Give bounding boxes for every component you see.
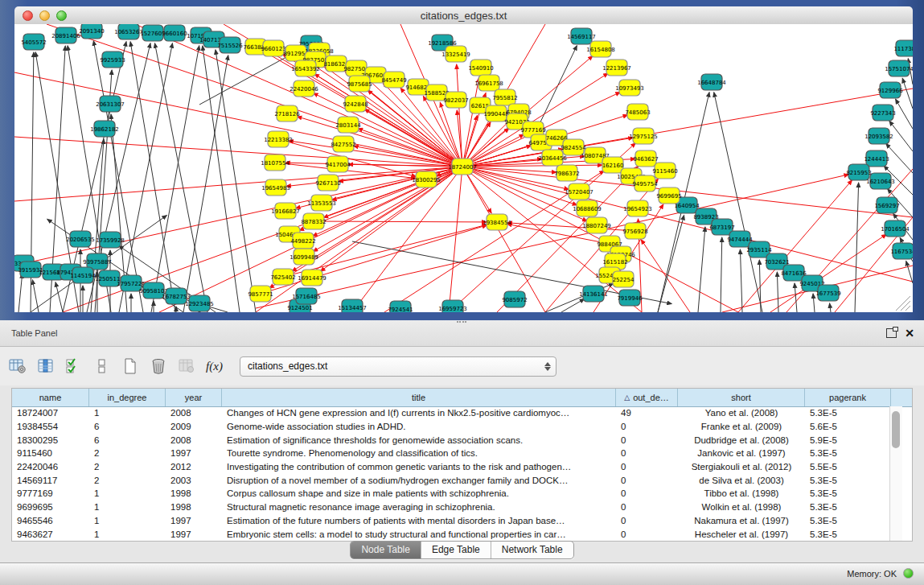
graph-node[interactable]: 12213383 [264,131,293,147]
table-mode-icon[interactable] [6,356,28,377]
citation-edge-black[interactable] [855,183,859,312]
table-row[interactable]: 1872400712008Changes of HCN gene express… [12,406,891,420]
table-cell[interactable]: 9115460 [12,448,89,458]
panel-resize-handle[interactable] [457,321,466,327]
graph-node[interactable]: 13325419 [441,46,470,62]
table-cell[interactable]: 1 [89,488,166,498]
table-cell[interactable]: 5.3E-5 [805,408,891,418]
table-cell[interactable]: 0 [616,488,678,498]
column-header-year[interactable]: year [166,389,222,406]
table-cell[interactable]: 2 [89,448,166,458]
graph-node[interactable]: 18724007 [448,159,477,175]
column-header-title[interactable]: title [222,389,616,406]
network-view[interactable]: 5405572208914062091340106532671527607966… [14,24,913,312]
graph-node[interactable]: 162160 [602,157,624,173]
table-cell[interactable]: 0 [616,462,678,472]
citation-edge-red[interactable] [14,137,462,167]
table-cell[interactable]: 0 [616,476,678,485]
table-cell[interactable]: 2 [89,476,166,485]
graph-node[interactable]: 16959723 [438,300,467,312]
graph-node[interactable]: 15716485 [292,288,321,304]
graph-node[interactable]: 7625402 [270,269,295,285]
graph-node[interactable]: 16543392 [291,60,320,76]
tab-network-table[interactable]: Network Table [491,542,573,558]
graph-node[interactable]: 16648784 [697,74,726,90]
graph-node[interactable]: 2803144 [335,117,361,133]
table-cell[interactable]: 2012 [166,462,222,472]
table-cell[interactable]: 2008 [166,408,222,418]
table-cell[interactable]: 9699695 [12,502,89,512]
graph-node[interactable]: 9115460 [652,163,677,179]
citation-edge-black[interactable] [155,43,208,312]
graph-node[interactable]: 19384554 [483,214,511,230]
table-cell[interactable]: 5.9E-5 [805,435,891,445]
table-cell[interactable]: 1998 [166,502,222,512]
select-columns-icon[interactable] [63,356,84,377]
window-resize-grip[interactable] [896,296,910,311]
table-cell[interactable]: 14569117 [12,476,89,485]
graph-node[interactable]: 16914479 [298,270,326,286]
tab-edge-table[interactable]: Edge Table [421,542,491,558]
table-cell[interactable]: 19384554 [12,422,89,431]
graph-node[interactable]: 1167534 [890,243,913,259]
table-cell[interactable]: Stergiakouli et al. (2012) [678,462,805,472]
graph-node[interactable]: 7955812 [492,89,517,105]
citation-edge-black[interactable] [721,237,722,312]
close-panel-icon[interactable]: ✕ [905,328,914,339]
table-cell[interactable]: 6 [89,435,166,445]
table-cell[interactable]: Structural magnetic resonance image aver… [222,502,616,512]
citation-edge-black[interactable] [830,303,831,312]
table-cell[interactable]: Embryonic stem cells: a model to study s… [222,529,616,539]
graph-node[interactable]: 1244413 [864,150,889,167]
graph-node[interactable]: 17359928 [96,232,125,248]
citation-edge-black[interactable] [777,272,778,312]
table-cell[interactable]: 2009 [166,422,222,431]
table-cell[interactable]: Yano et al. (2008) [678,408,805,418]
table-cell[interactable]: 5.3E-5 [805,516,891,525]
graph-node[interactable]: 9267130 [315,175,340,191]
table-cell[interactable]: Corpus callosum shape and size in male p… [222,488,616,498]
table-cell[interactable]: 1997 [166,529,222,539]
graph-node[interactable]: 19654983 [261,179,290,196]
table-cell[interactable]: Wolkin et al. (1998) [678,502,805,512]
graph-node[interactable]: 15134457 [338,299,367,312]
table-cell[interactable]: 1 [89,502,166,512]
graph-node[interactable]: 2091340 [79,24,104,39]
table-cell[interactable]: 5.3E-5 [805,448,891,458]
table-cell[interactable]: 5.3E-5 [805,529,891,539]
graph-node[interactable]: 9925933 [100,51,125,68]
column-header-out_de[interactable]: △out_de… [616,389,678,406]
graph-node[interactable]: 9875685 [347,76,372,92]
table-cell[interactable]: Genome-wide association studies in ADHD. [222,422,616,431]
scrollbar-thumb[interactable] [892,411,900,448]
table-cell[interactable]: Investigating the contribution of common… [222,462,616,472]
minimize-window-button[interactable] [39,10,50,21]
citation-edge-black[interactable] [698,227,705,312]
table-selector-dropdown[interactable]: citations_edges.txt [240,356,556,377]
graph-node[interactable]: 20891406 [51,27,80,43]
table-row[interactable]: 1830029562008Estimation of significance … [12,433,891,447]
citation-edge-black[interactable] [537,46,577,129]
table-row[interactable]: 2242004622012Investigating the contribut… [12,460,891,474]
close-window-button[interactable] [23,10,33,21]
show-columns-icon[interactable] [35,356,56,377]
graph-node[interactable]: 9699695 [656,187,681,204]
graph-node[interactable]: 9085972 [502,291,527,307]
graph-node[interactable]: 7485063 [625,104,650,120]
graph-node[interactable]: 20206535 [66,231,95,247]
graph-node[interactable]: 9129966 [877,82,903,98]
table-cell[interactable]: 22420046 [12,462,89,472]
graph-node[interactable]: 18107554 [261,154,290,171]
citation-edge-black[interactable] [795,283,797,312]
delete-column-icon[interactable] [147,356,169,377]
table-cell[interactable]: 49 [616,408,678,418]
table-cell[interactable]: Franke et al. (2009) [678,422,805,431]
citation-edge-black[interactable] [896,99,913,129]
graph-node[interactable]: 19862182 [90,121,119,137]
citation-edge-black[interactable] [55,282,63,312]
graph-node[interactable]: 15720407 [565,183,593,200]
table-cell[interactable]: 5.5E-5 [805,462,891,472]
citation-edge-black[interactable] [813,294,815,312]
graph-node[interactable]: 18300295 [412,171,441,187]
citation-edge-black[interactable] [119,43,172,312]
